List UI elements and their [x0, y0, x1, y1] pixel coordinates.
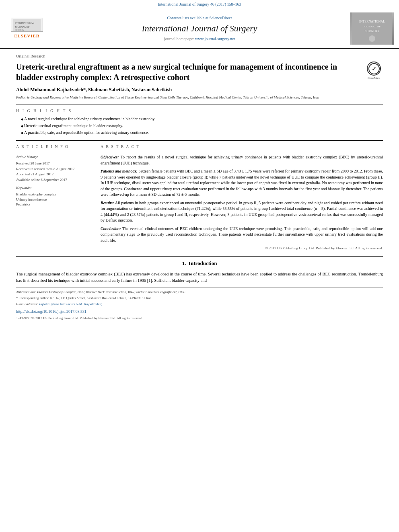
article-history: Article history: Received 28 June 2017 R… [16, 154, 93, 182]
publisher-logo-area: INTERNATIONAL JOURNAL OF SURGERY ELSEVIE… [5, 18, 49, 39]
crossmark-badge: ✓ CrossMark [365, 62, 383, 80]
accepted-date: Accepted 21 August 2017 [16, 172, 93, 177]
journal-homepage: journal homepage: www.journal-surgery.ne… [57, 36, 342, 42]
doi-link[interactable]: http://dx.doi.org/10.1016/j.ijsu.2017.08… [16, 309, 383, 314]
objectives-text: To report the results of a novel surgica… [101, 155, 383, 165]
authors: Abdol-Mohammad Kajbafzadeh*, Shabnam Sab… [16, 86, 383, 93]
keywords-section: Keywords: Bladder exstrophy complex Urin… [16, 185, 93, 207]
article-info-abstract: A R T I C L E I N F O Article history: R… [16, 144, 383, 251]
journal-title: International Journal of Surgery [57, 23, 342, 35]
abbreviations-note: Abbreviations: Bladder Exstrophy Complex… [16, 290, 383, 295]
article-title: Ureteric-urethral engraftment as a new s… [16, 62, 361, 82]
abstract-objectives: Objectives: To report the results of a n… [101, 154, 383, 166]
divider-2 [16, 140, 383, 141]
keyword-2: Urinary incontinence [16, 197, 93, 202]
crossmark-icon: ✓ [367, 62, 381, 76]
introduction-section: 1. Introduction The surgical management … [16, 260, 383, 284]
science-direct-notice: Contents lists available at ScienceDirec… [57, 15, 342, 21]
email-link[interactable]: kajbafzd@sina.tums.ac.ir (A-M. Kajbafzad… [39, 302, 103, 306]
keyword-3: Pediatrics [16, 202, 93, 207]
svg-text:✓: ✓ [372, 66, 376, 72]
title-section: Ureteric-urethral engraftment as a new s… [16, 62, 383, 82]
svg-point-8 [369, 35, 375, 42]
footnotes: Abbreviations: Bladder Exstrophy Complex… [16, 287, 383, 307]
abstract-panel: A B S T R A C T Objectives: To report th… [101, 144, 383, 251]
highlight-item-3: A practicable, safe, and reproducible op… [16, 130, 383, 136]
journal-cover-image: INTERNATIONAL JOURNAL OF SURGERY [350, 12, 394, 45]
highlights-section: H I G H L I G H T S A novel surgical tec… [16, 108, 383, 136]
conclusion-text: The eventual clinical outcomes of BEC ch… [101, 226, 383, 242]
keyword-1: Bladder exstrophy complex [16, 192, 93, 197]
corresponding-author-note: * Corresponding author. No. 62, Dr. Qari… [16, 296, 383, 301]
svg-text:SURGERY: SURGERY [15, 29, 24, 31]
bottom-divider [16, 256, 383, 257]
available-date: Available online 6 September 2017 [16, 177, 93, 183]
revised-date: Received in revised form 8 August 2017 [16, 166, 93, 172]
svg-text:SURGERY: SURGERY [365, 29, 380, 33]
abstract-title: A B S T R A C T [101, 144, 383, 151]
footer-copyright: 1743-9191/© 2017 IJS Publishing Group Lt… [16, 316, 383, 321]
abstract-conclusion: Conclusion: The eventual clinical outcom… [101, 226, 383, 244]
history-label: Article history: [16, 154, 93, 160]
patients-methods-text: Sixteen female patients with BEC and a m… [101, 169, 383, 197]
intro-heading: 1. Introduction [16, 260, 383, 267]
article-info-title: A R T I C L E I N F O [16, 144, 93, 151]
highlight-item-1: A novel surgical technique for achieving… [16, 116, 383, 122]
svg-text:INTERNATIONAL: INTERNATIONAL [15, 22, 34, 24]
crossmark-label: CrossMark [368, 76, 380, 80]
received-date: Received 28 June 2017 [16, 161, 93, 166]
highlights-title: H I G H L I G H T S [16, 108, 383, 114]
science-direct-link[interactable]: ScienceDirect [209, 16, 232, 20]
svg-text:JOURNAL OF: JOURNAL OF [15, 26, 30, 28]
email-note: E-mail address: kajbafzd@sina.tums.ac.ir… [16, 302, 383, 307]
journal-logo-image: INTERNATIONAL JOURNAL OF SURGERY [11, 18, 43, 32]
affiliation: Pediatric Urology and Regenerative Medic… [16, 95, 383, 100]
abstract-patients-methods: Patients and methods: Sixteen female pat… [101, 168, 383, 198]
author-names: Abdol-Mohammad Kajbafzadeh*, Shabnam Sab… [16, 87, 172, 92]
journal-reference: International Journal of Surgery 46 (201… [0, 0, 399, 9]
svg-text:JOURNAL OF: JOURNAL OF [364, 25, 380, 28]
journal-header: INTERNATIONAL JOURNAL OF SURGERY ELSEVIE… [0, 9, 399, 49]
divider-1 [16, 105, 383, 105]
journal-title-area: Contents lists available at ScienceDirec… [49, 15, 350, 42]
results-text: All patients in both groups experienced … [101, 201, 383, 223]
article-type: Original Research [16, 53, 383, 59]
article-info-panel: A R T I C L E I N F O Article history: R… [16, 144, 93, 251]
cover-thumbnail: INTERNATIONAL JOURNAL OF SURGERY [350, 12, 394, 45]
svg-text:INTERNATIONAL: INTERNATIONAL [359, 20, 385, 23]
main-content: Original Research Ureteric-urethral engr… [0, 49, 399, 326]
journal-homepage-link[interactable]: www.journal-surgery.net [195, 37, 235, 41]
intro-paragraph: The surgical management of bladder exstr… [16, 271, 383, 284]
abstract-results: Results: All patients in both groups exp… [101, 200, 383, 224]
highlight-item-2: Ureteric-urethral engraftment technique … [16, 123, 383, 129]
elsevier-brand: ELSEVIER [14, 33, 40, 39]
keywords-label: Keywords: [16, 185, 93, 191]
copyright-notice: © 2017 IJS Publishing Group Ltd. Publish… [101, 246, 383, 251]
